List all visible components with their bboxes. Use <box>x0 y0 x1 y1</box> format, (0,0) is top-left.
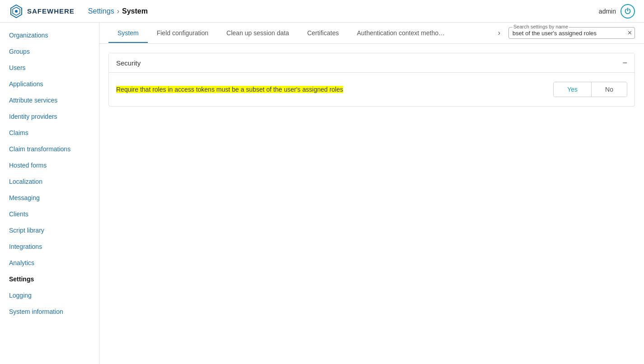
sidebar-item-applications[interactable]: Applications <box>0 76 99 92</box>
tabs-container: SystemField configurationClean up sessio… <box>99 23 644 44</box>
section-title: Security <box>116 59 141 67</box>
search-clear-button[interactable]: × <box>628 29 632 37</box>
tabs-scroll-right[interactable]: › <box>494 23 504 43</box>
header-right: admin <box>599 4 635 19</box>
tab-certificates[interactable]: Certificates <box>298 23 348 43</box>
logo-area: SAFEWHERE <box>9 4 75 19</box>
sidebar-item-settings[interactable]: Settings <box>0 271 99 287</box>
power-icon <box>624 8 631 15</box>
admin-label: admin <box>599 8 616 15</box>
sidebar-item-users[interactable]: Users <box>0 60 99 76</box>
breadcrumb-separator: › <box>117 7 119 15</box>
layout: OrganizationsGroupsUsersApplicationsAttr… <box>0 23 644 364</box>
section-collapse-button[interactable]: − <box>622 59 627 67</box>
breadcrumb: Settings › System <box>88 7 148 15</box>
content-area: Security − Require that roles in access … <box>99 44 644 125</box>
sidebar-item-claims[interactable]: Claims <box>0 125 99 141</box>
sidebar-item-script-library[interactable]: Script library <box>0 222 99 238</box>
sidebar-item-system-information[interactable]: System information <box>0 303 99 320</box>
sidebar-item-attribute-services[interactable]: Attribute services <box>0 92 99 108</box>
no-button[interactable]: No <box>591 82 627 97</box>
sidebar-item-hosted-forms[interactable]: Hosted forms <box>0 157 99 173</box>
safewhere-logo-icon <box>9 4 24 19</box>
setting-description: Require that roles in access tokens must… <box>116 85 544 94</box>
section-body: Require that roles in access tokens must… <box>109 73 635 106</box>
search-input[interactable] <box>512 30 621 37</box>
sidebar: OrganizationsGroupsUsersApplicationsAttr… <box>0 23 99 364</box>
power-button[interactable] <box>620 4 635 19</box>
breadcrumb-current: System <box>122 7 148 15</box>
sidebar-item-groups[interactable]: Groups <box>0 43 99 60</box>
yes-button[interactable]: Yes <box>554 82 591 97</box>
tab-system[interactable]: System <box>108 23 148 43</box>
sidebar-item-clients[interactable]: Clients <box>0 206 99 222</box>
sidebar-item-localization[interactable]: Localization <box>0 173 99 190</box>
setting-description-highlighted: Require that roles in access tokens must… <box>116 86 343 93</box>
logo-text: SAFEWHERE <box>27 7 75 15</box>
tab-clean-up-session-data[interactable]: Clean up session data <box>217 23 298 43</box>
tabs-list: SystemField configurationClean up sessio… <box>108 23 494 43</box>
search-box-label: Search settings by name <box>512 24 569 29</box>
setting-row: Require that roles in access tokens must… <box>116 82 627 97</box>
sidebar-item-identity-providers[interactable]: Identity providers <box>0 108 99 125</box>
tab-field-configuration[interactable]: Field configuration <box>148 23 217 43</box>
sidebar-item-claim-transformations[interactable]: Claim transformations <box>0 141 99 157</box>
sidebar-item-logging[interactable]: Logging <box>0 287 99 303</box>
sidebar-item-messaging[interactable]: Messaging <box>0 190 99 206</box>
main-content: SystemField configurationClean up sessio… <box>99 23 644 364</box>
security-section: Security − Require that roles in access … <box>108 53 635 107</box>
sidebar-item-analytics[interactable]: Analytics <box>0 255 99 271</box>
search-box-container: Search settings by name × <box>508 27 635 39</box>
sidebar-item-integrations[interactable]: Integrations <box>0 238 99 255</box>
breadcrumb-parent[interactable]: Settings <box>88 7 114 15</box>
sidebar-item-organizations[interactable]: Organizations <box>0 27 99 43</box>
tab-authentication-context-methods[interactable]: Authentication context metho… <box>348 23 454 43</box>
section-header: Security − <box>109 53 635 73</box>
yes-no-toggle: Yes No <box>553 82 627 97</box>
svg-point-2 <box>15 10 18 13</box>
app-header: SAFEWHERE Settings › System admin <box>0 0 644 23</box>
